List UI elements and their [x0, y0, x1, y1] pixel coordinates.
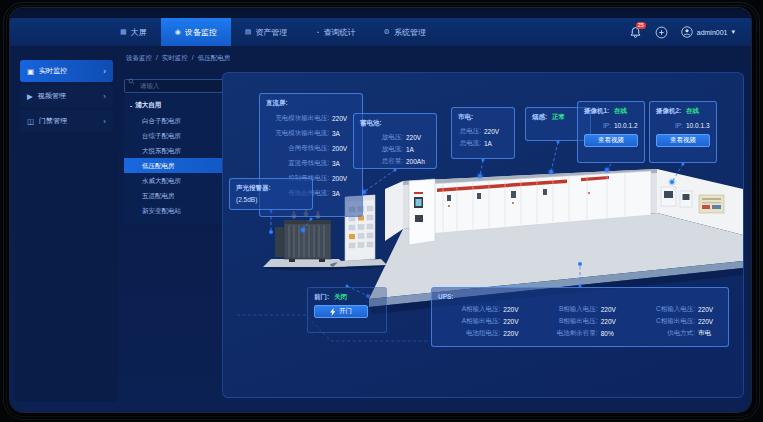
sidebar-item-label: 实时监控	[39, 66, 67, 76]
field-value: 220V	[601, 306, 625, 313]
breadcrumb-separator: /	[156, 54, 158, 63]
field-label: A相输出电压:	[438, 317, 500, 326]
ip-value: 10.0.1.3	[686, 122, 710, 129]
mains-title: 市电:	[458, 113, 508, 122]
nav-item-system[interactable]: ⚙ 系统管理	[370, 18, 440, 46]
camera1-label: 摄像机1:	[584, 107, 609, 114]
view-video-button[interactable]: 查看视频	[584, 134, 638, 147]
breadcrumb-separator: /	[192, 54, 194, 63]
alarm-card: 声光报警器: (2.5dB)	[229, 178, 313, 210]
tree-item[interactable]: 新安变配电站	[124, 203, 228, 218]
field-value: 220V	[698, 318, 722, 325]
bolt-icon	[330, 308, 336, 316]
field-label: B相输出电压:	[535, 317, 597, 326]
device-mockup: ▦ 大屏 ◉ 设备监控 ▤ 资产管理 ◔ 查询统计 ⚙ 系统管理	[0, 0, 763, 422]
field-label: 电池组电压:	[438, 329, 500, 338]
field-value: 220V	[601, 318, 625, 325]
nav-item-assets[interactable]: ▤ 资产管理	[231, 18, 302, 46]
username: admin001	[697, 29, 728, 36]
sidebar-item-realtime[interactable]: ▣ 实时监控 ›	[20, 60, 113, 82]
nav-menu: ▦ 大屏 ◉ 设备监控 ▤ 资产管理 ◔ 查询统计 ⚙ 系统管理	[106, 18, 440, 46]
tree-item[interactable]: 五运配电房	[124, 188, 228, 203]
camera2-label: 摄像机2:	[656, 107, 681, 114]
sidebar-item-video[interactable]: ▶ 视频管理 ›	[20, 85, 113, 107]
camera1-card: 摄像机1: 在线 IP:10.0.1.2 查看视频	[577, 101, 645, 163]
camera2-card: 摄像机2: 在线 IP:10.0.1.3 查看视频	[649, 101, 717, 163]
screen-icon: ▦	[120, 28, 127, 36]
field-value: 200V	[332, 175, 356, 182]
breadcrumb: 设备监控 / 实时监控 / 低压配电房	[126, 54, 230, 63]
field-value: 1A	[484, 140, 508, 147]
notification-badge: 25	[636, 22, 646, 29]
tree-item[interactable]: 白合子配电所	[124, 113, 228, 128]
view-video-button[interactable]: 查看视频	[656, 134, 710, 147]
field-label: 充电模块输出电压:	[266, 114, 329, 123]
field-label: 充电模块输出电流:	[266, 129, 329, 138]
nav-label: 查询统计	[324, 27, 356, 38]
nav-label: 系统管理	[394, 27, 426, 38]
navbar-right: 25 admin001 ▾	[629, 18, 735, 46]
sidebar-item-access[interactable]: ◫ 门禁管理 ›	[20, 110, 113, 132]
breadcrumb-item[interactable]: 设备监控	[126, 54, 152, 63]
field-label: A相输入电压:	[438, 305, 500, 314]
search-input[interactable]	[124, 79, 228, 93]
chevron-right-icon: ›	[103, 67, 106, 76]
ip-value: 10.0.1.2	[614, 122, 638, 129]
nav-item-bigscreen[interactable]: ▦ 大屏	[106, 18, 161, 46]
field-label: 放电压:	[360, 133, 403, 142]
field-value: 3A	[332, 190, 356, 197]
tree-root-node[interactable]: - 浦大自用	[124, 98, 228, 113]
field-label: 电池剩余容量:	[535, 329, 597, 338]
sidebar-item-label: 门禁管理	[39, 116, 67, 126]
tree-root-label: 浦大自用	[135, 101, 161, 110]
field-label: 合闸母线电压:	[266, 144, 329, 153]
field-value: 220V	[406, 134, 430, 141]
nav-item-device-monitor[interactable]: ◉ 设备监控	[161, 18, 231, 46]
door-icon: ◫	[27, 117, 34, 126]
nav-label: 设备监控	[185, 27, 217, 38]
fullscreen-icon[interactable]	[655, 26, 668, 39]
video-icon: ▶	[27, 92, 33, 101]
field-label: C相输出电压:	[633, 317, 695, 326]
alarm-title: 声光报警器:	[236, 184, 306, 193]
front-door-card: 前门: 关闭 开门	[307, 287, 387, 333]
nav-label: 资产管理	[255, 27, 287, 38]
asset-icon: ▤	[245, 28, 252, 36]
dc-screen-title: 直流屏:	[266, 99, 356, 108]
field-value: 220V	[503, 306, 527, 313]
field-label: 放电流:	[360, 145, 403, 154]
door-title: 前门: 关闭	[314, 293, 380, 302]
tree-item[interactable]: 台综子配电所	[124, 128, 228, 143]
avatar-icon	[681, 26, 693, 38]
nav-item-statistics[interactable]: ◔ 查询统计	[301, 18, 369, 46]
field-label: C相输入电压:	[633, 305, 695, 314]
open-door-button[interactable]: 开门	[314, 305, 368, 318]
camera1-status: 在线	[614, 107, 627, 114]
smoke-label: 烟感:	[532, 113, 547, 120]
search-icon	[128, 78, 135, 85]
door-label: 前门:	[314, 293, 329, 300]
alarm-value: (2.5dB)	[236, 196, 306, 203]
nav-label: 大屏	[131, 27, 147, 38]
transformer-graphic	[263, 209, 351, 271]
tree-item-selected[interactable]: 低压配电房	[124, 158, 228, 173]
field-value: 200Ah	[406, 158, 430, 165]
tree-item[interactable]: 永威大配电所	[124, 173, 228, 188]
ups-grid: A相输入电压:220V B相输入电压:220V C相输入电压:220V A相输出…	[438, 303, 722, 339]
field-value: 1A	[406, 146, 430, 153]
tree-search	[124, 74, 228, 88]
field-label: 供电方式:	[633, 329, 695, 338]
tree-expander-icon: -	[130, 102, 132, 109]
bell-icon[interactable]: 25	[629, 26, 642, 39]
smoke-status: 正常	[552, 113, 565, 120]
camera2-status: 在线	[686, 107, 699, 114]
user-menu[interactable]: admin001 ▾	[681, 26, 735, 38]
ip-label: IP:	[656, 122, 683, 129]
camera1-title: 摄像机1: 在线	[584, 107, 638, 116]
breadcrumb-item[interactable]: 实时监控	[162, 54, 188, 63]
mains-card: 市电: 总电压:220V 总电流:1A	[451, 107, 515, 159]
dashboard-window: ▦ 大屏 ◉ 设备监控 ▤ 资产管理 ◔ 查询统计 ⚙ 系统管理	[10, 8, 751, 412]
field-value: 80%	[601, 330, 625, 337]
tree-item[interactable]: 大悦东配电所	[124, 143, 228, 158]
field-label: B相输入电压:	[535, 305, 597, 314]
